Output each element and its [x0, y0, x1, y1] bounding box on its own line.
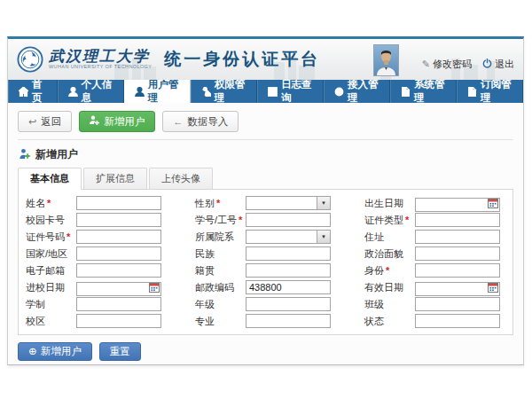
- nav-label: 系统管理: [414, 78, 446, 105]
- change-password-link[interactable]: ✎ 修改密码: [422, 58, 472, 71]
- nav-item-user-management[interactable]: 用户管理: [124, 80, 191, 103]
- tab-basic-info[interactable]: 基本信息: [18, 168, 82, 189]
- identity-input[interactable]: [415, 263, 500, 278]
- class-input[interactable]: [415, 297, 500, 311]
- field-label: 所属院系: [195, 231, 234, 242]
- political-status-input[interactable]: [415, 246, 500, 261]
- nav-label: 个人信息: [82, 78, 113, 105]
- tab-extended-info[interactable]: 扩展信息: [83, 168, 147, 189]
- field-label: 校园卡号: [26, 215, 65, 225]
- form-actions: ⊕ 新增用户 重置: [18, 335, 513, 364]
- status-field: 状态: [364, 314, 500, 328]
- field-label: 校区: [26, 316, 45, 326]
- calendar-icon[interactable]: [488, 282, 498, 293]
- logout-link[interactable]: 退出: [482, 58, 514, 71]
- plus-circle-icon: ⊕: [28, 346, 37, 357]
- main-nav: 首页 个人信息 用户管理 权限管理 日志查询 接入管理: [8, 80, 523, 103]
- id-type-input[interactable]: [415, 213, 500, 227]
- basic-info-panel: 姓名* 性别* ▼ 出生日期 校园卡号: [18, 189, 513, 335]
- log-check-icon: [268, 87, 278, 97]
- campus-input[interactable]: [76, 314, 161, 328]
- email-input[interactable]: [76, 263, 161, 278]
- political-status-field: 政治面貌: [364, 246, 500, 261]
- nav-item-log-query[interactable]: 日志查询: [257, 80, 324, 103]
- tab-bar: 基本信息 扩展信息 上传头像: [18, 168, 513, 189]
- ethnicity-input[interactable]: [246, 246, 331, 261]
- postal-code-field: 邮政编码: [195, 280, 331, 294]
- change-password-label: 修改密码: [433, 58, 472, 71]
- major-field: 专业: [195, 314, 331, 328]
- email-field: 电子邮箱: [26, 263, 161, 278]
- nav-item-home[interactable]: 首页: [8, 80, 58, 103]
- required-mark: *: [386, 265, 389, 276]
- nav-item-system-management[interactable]: 系统管理: [390, 80, 457, 103]
- field-label: 证件类型: [364, 215, 403, 225]
- dropdown-arrow-icon: ▼: [317, 231, 330, 243]
- user-icon: [68, 87, 78, 97]
- field-label: 邮政编码: [195, 282, 234, 293]
- country-region-input[interactable]: [76, 246, 161, 261]
- calendar-icon[interactable]: [488, 198, 498, 208]
- platform-title: 统一身份认证平台: [164, 48, 320, 71]
- data-import-button[interactable]: ← 数据导入: [162, 111, 239, 132]
- nav-label: 日志查询: [281, 78, 313, 105]
- nav-item-personal-info[interactable]: 个人信息: [58, 80, 124, 103]
- name-field: 姓名*: [26, 196, 161, 210]
- data-import-label: 数据导入: [187, 116, 228, 128]
- back-button[interactable]: ↩ 返回: [18, 111, 72, 132]
- schooling-length-input[interactable]: [76, 297, 161, 311]
- class-field: 班级: [364, 297, 500, 311]
- country-region-field: 国家/地区: [26, 246, 161, 261]
- gender-select[interactable]: ▼: [246, 196, 331, 210]
- department-select[interactable]: ▼: [246, 230, 331, 244]
- status-input[interactable]: [415, 314, 500, 328]
- valid-date-field: 有效日期: [364, 280, 500, 294]
- file-icon: [467, 87, 477, 97]
- gender-field: 性别* ▼: [195, 196, 331, 210]
- key-icon: [201, 87, 211, 97]
- form-grid: 姓名* 性别* ▼ 出生日期 校园卡号: [26, 196, 505, 328]
- nav-item-subscription-management[interactable]: 订阅管理: [457, 80, 523, 103]
- student-id-input[interactable]: [246, 213, 331, 227]
- id-number-input[interactable]: [76, 230, 161, 244]
- add-user-icon: [20, 148, 31, 162]
- file-icon: [401, 87, 411, 97]
- submit-add-user-button[interactable]: ⊕ 新增用户: [18, 342, 92, 361]
- required-mark: *: [405, 215, 409, 225]
- university-name-en: WUHAN UNIVERSITY OF TECHNOLOGY: [49, 64, 152, 70]
- user-avatar: [373, 44, 399, 76]
- campus-field: 校区: [26, 314, 161, 328]
- back-arrow-icon: ↩: [28, 117, 36, 127]
- nav-item-access-management[interactable]: 接入管理: [324, 80, 390, 103]
- toolbar: ↩ 返回 新增用户 ← 数据导入: [18, 103, 513, 140]
- calendar-icon[interactable]: [149, 282, 160, 293]
- department-field: 所属院系 ▼: [195, 230, 331, 244]
- tab-upload-avatar[interactable]: 上传头像: [149, 168, 213, 189]
- university-name-cn: 武汉理工大学: [49, 49, 152, 64]
- section-title: 新增用户: [18, 140, 513, 168]
- university-logo-icon: [17, 46, 43, 73]
- power-icon: [482, 59, 492, 70]
- field-label: 住址: [364, 231, 384, 242]
- native-place-input[interactable]: [246, 263, 331, 278]
- header-user-area: ✎ 修改密码 退出: [373, 44, 514, 76]
- major-input[interactable]: [246, 314, 331, 328]
- field-label: 学制: [26, 299, 45, 309]
- field-label: 班级: [364, 299, 384, 309]
- campus-card-field: 校园卡号: [26, 213, 161, 227]
- campus-card-input[interactable]: [76, 213, 161, 227]
- id-number-field: 证件号码*: [26, 230, 161, 244]
- postal-code-input[interactable]: [246, 280, 331, 294]
- field-label: 姓名: [26, 198, 45, 208]
- nav-label: 用户管理: [148, 78, 180, 105]
- nav-item-permission-management[interactable]: 权限管理: [191, 80, 257, 103]
- grade-input[interactable]: [246, 297, 331, 311]
- schooling-length-field: 学制: [26, 297, 161, 311]
- field-label: 出生日期: [364, 198, 403, 208]
- reset-button[interactable]: 重置: [99, 342, 141, 361]
- pencil-icon: ✎: [422, 59, 430, 69]
- nav-label: 权限管理: [215, 78, 246, 105]
- add-user-toolbar-button[interactable]: 新增用户: [79, 111, 155, 132]
- address-input[interactable]: [415, 230, 500, 244]
- name-input[interactable]: [76, 196, 161, 210]
